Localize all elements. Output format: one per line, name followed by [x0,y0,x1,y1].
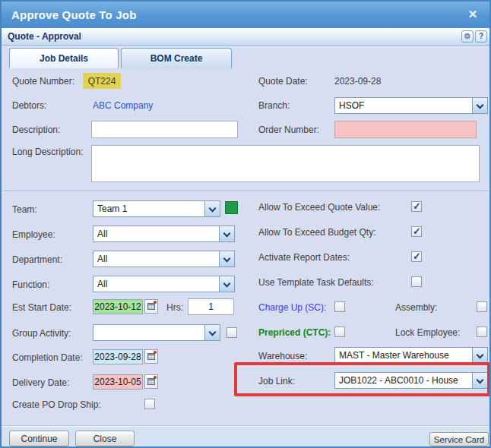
chevron-down-icon[interactable] [472,348,487,363]
allow-exceed-budget-label: Allow To Exceed Budget Qty: [258,227,376,238]
window-title: Approve Quote To Job [2,8,137,21]
completion-date-label: Completion Date: [12,352,83,363]
job-link-select[interactable]: JOB1022 - ABC0010 - House [334,372,488,389]
function-value: All [97,279,217,289]
quote-date-value: 2023-09-28 [334,76,381,87]
branch-value: HSOF [339,100,470,111]
warehouse-value: MAST - Master Warehouse [339,350,470,361]
assembly-label: Assembly: [395,302,437,313]
department-select[interactable]: All [93,251,235,267]
team-label: Team: [12,204,37,215]
service-card-button[interactable]: Service Card [429,432,489,446]
order-number-input[interactable] [334,121,477,138]
allow-exceed-quote-checkbox[interactable] [411,201,422,212]
close-button[interactable]: Close [75,431,135,446]
branch-label: Branch: [258,100,290,111]
prepriced-label: Prepriced (CTC): [258,327,331,338]
chevron-down-icon[interactable] [219,276,234,292]
tab-job-details[interactable]: Job Details [9,48,119,68]
allow-exceed-budget-checkbox[interactable] [411,226,422,237]
group-activity-select[interactable] [93,324,220,341]
calendar-grid-icon [147,303,155,310]
long-description-label: Long Description: [12,147,83,157]
employee-value: All [97,229,217,239]
calendar-grid-icon [147,378,155,385]
description-label: Description: [12,125,60,135]
long-description-input[interactable] [91,145,480,182]
est-start-date-label: Est Start Date: [12,302,71,313]
charge-up-label[interactable]: Charge Up (SC): [258,302,326,313]
prepriced-checkbox[interactable] [334,327,345,337]
activate-report-dates-label: Activate Report Dates: [258,252,350,263]
delivery-date-label: Delivery Date: [12,377,69,388]
team-select[interactable]: Team 1 [93,200,220,217]
chevron-down-icon[interactable] [472,373,487,388]
hrs-label: Hrs: [166,302,183,313]
department-label: Department: [12,254,62,265]
chevron-down-icon[interactable] [472,98,487,113]
chevron-down-icon[interactable] [204,325,220,340]
calendar-icon[interactable] [144,349,158,364]
create-po-drop-ship-label: Create PO Drop Ship: [12,399,101,410]
calendar-icon[interactable] [144,374,158,389]
activate-report-dates-checkbox[interactable] [411,251,422,262]
delivery-date-field[interactable]: 2023-10-05 [93,374,143,390]
warehouse-label: Warehouse: [258,351,307,361]
allow-exceed-quote-label: Allow To Exceed Quote Value: [258,202,380,213]
job-link-value: JOB1022 - ABC0010 - House [339,375,470,386]
debtors-label: Debtors: [12,100,46,111]
assembly-checkbox[interactable] [477,301,487,312]
gear-icon[interactable]: ⚙ [461,30,474,43]
job-link-label: Job Link: [258,376,295,386]
group-activity-checkbox[interactable] [226,327,237,338]
completion-date-field[interactable]: 2023-09-28 [93,349,143,364]
est-start-date-field[interactable]: 2023-10-12 [93,299,143,314]
tab-bom-create[interactable]: BOM Create [121,48,232,68]
lock-employee-checkbox[interactable] [477,327,487,337]
team-color-swatch [225,201,238,214]
title-bar: Approve Quote To Job [2,2,489,28]
debtors-link[interactable]: ABC Company [93,100,153,111]
panel-title: Quote - Approval [8,31,81,42]
group-activity-label: Group Activity: [12,328,71,339]
department-value: All [97,254,217,264]
description-input[interactable] [91,121,238,138]
lock-employee-label: Lock Employee: [395,327,460,338]
use-template-task-defaults-label: Use Template Task Defaults: [258,277,374,288]
quote-number-value: QT224 [83,73,121,89]
chevron-down-icon[interactable] [219,251,234,267]
create-po-drop-ship-checkbox[interactable] [144,399,155,409]
approve-quote-dialog: Approve Quote To Job ✕ Quote - Approval … [0,0,491,448]
warehouse-select[interactable]: MAST - Master Warehouse [334,347,488,364]
close-icon[interactable]: ✕ [466,8,480,21]
quote-number-label: Quote Number: [12,76,74,87]
calendar-grid-icon [147,353,155,360]
continue-button[interactable]: Continue [9,431,69,446]
chevron-down-icon[interactable] [219,226,234,241]
help-icon[interactable]: ? [475,30,487,43]
function-select[interactable]: All [93,276,235,292]
employee-label: Employee: [12,229,55,240]
hrs-input[interactable] [188,298,234,315]
charge-up-checkbox[interactable] [334,301,345,312]
calendar-icon[interactable] [144,299,158,314]
section-divider [3,191,488,192]
panel-header: Quote - Approval ⚙ ? [2,28,489,46]
team-value: Team 1 [97,203,203,214]
function-label: Function: [12,279,49,290]
employee-select[interactable]: All [93,226,235,242]
branch-select[interactable]: HSOF [334,97,488,114]
use-template-task-defaults-checkbox[interactable] [411,276,422,287]
chevron-down-icon[interactable] [204,201,220,216]
quote-date-label: Quote Date: [258,76,308,87]
order-number-label: Order Number: [258,125,319,135]
